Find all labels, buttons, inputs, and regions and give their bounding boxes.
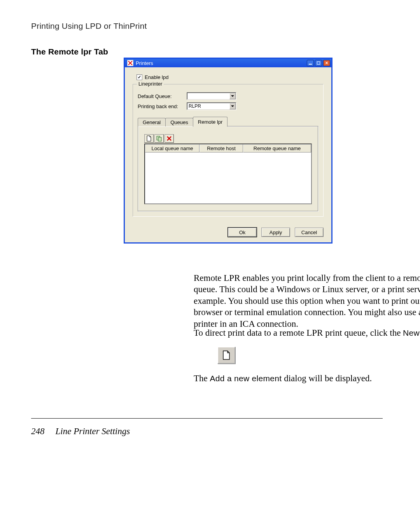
page-footer: 248 Line Printer Settings bbox=[31, 426, 130, 436]
chevron-down-icon bbox=[229, 93, 236, 99]
new-button-illustration bbox=[217, 347, 235, 364]
ok-button[interactable]: Ok bbox=[228, 228, 257, 237]
add-new-element-label: Add a new element bbox=[210, 374, 282, 383]
col-remote-queue-name[interactable]: Remote queue name bbox=[243, 144, 311, 152]
chevron-down-icon bbox=[229, 103, 236, 109]
new-label-inline: New bbox=[403, 328, 420, 337]
printing-back-end-label: Printing back end: bbox=[138, 103, 187, 109]
tab-general[interactable]: General bbox=[138, 118, 166, 126]
window-title: Printers bbox=[136, 60, 307, 66]
new-file-icon bbox=[222, 350, 231, 360]
printers-window: Printers × ✓ Enable lpd Lineprinter Defa… bbox=[124, 58, 332, 244]
footer-rule bbox=[31, 418, 383, 419]
default-queue-label: Default Queue: bbox=[138, 93, 187, 99]
section-heading: The Remote lpr Tab bbox=[31, 47, 383, 56]
paragraph-3: The Add a new element dialog will be dis… bbox=[194, 373, 420, 384]
titlebar: Printers × bbox=[125, 59, 331, 67]
lineprinter-legend: Lineprinter bbox=[137, 81, 164, 87]
default-queue-dropdown[interactable] bbox=[187, 92, 236, 100]
checkmark-icon: ✓ bbox=[138, 75, 141, 79]
enable-lpd-label: Enable lpd bbox=[145, 74, 168, 80]
tab-remote-lpr[interactable]: Remote lpr bbox=[193, 117, 228, 127]
app-icon bbox=[127, 60, 133, 66]
tab-panel-remote-lpr: Local queue name Remote host Remote queu… bbox=[138, 126, 318, 212]
paragraph-1: Remote LPR enables you print locally fro… bbox=[194, 272, 420, 329]
maximize-button[interactable] bbox=[315, 60, 322, 66]
new-button[interactable] bbox=[144, 134, 154, 143]
tab-queues[interactable]: Queues bbox=[165, 118, 193, 126]
cancel-button[interactable]: Cancel bbox=[295, 228, 324, 237]
printing-back-end-value: RLPR bbox=[189, 103, 201, 109]
col-remote-host[interactable]: Remote host bbox=[200, 144, 243, 152]
page-header: Printing Using LPD or ThinPrint bbox=[31, 21, 383, 31]
svg-rect-4 bbox=[158, 137, 161, 141]
paragraph-2: To direct print data to a remote LPR pri… bbox=[194, 327, 420, 338]
minimize-button[interactable] bbox=[307, 60, 314, 66]
footer-title: Line Printer Settings bbox=[56, 426, 130, 436]
printing-back-end-dropdown[interactable]: RLPR bbox=[187, 102, 236, 110]
apply-button[interactable]: Apply bbox=[261, 228, 290, 237]
close-button[interactable]: × bbox=[323, 60, 330, 66]
page-number: 248 bbox=[31, 426, 45, 436]
new-file-icon bbox=[146, 135, 152, 142]
remote-lpr-table[interactable]: Local queue name Remote host Remote queu… bbox=[144, 144, 312, 204]
delete-icon bbox=[166, 136, 172, 141]
copy-icon bbox=[156, 135, 162, 142]
copy-button[interactable] bbox=[154, 134, 164, 143]
lineprinter-groupbox: Lineprinter Default Queue: Printing back… bbox=[133, 84, 324, 217]
delete-button[interactable] bbox=[164, 134, 174, 143]
enable-lpd-checkbox[interactable]: ✓ bbox=[136, 74, 142, 80]
col-local-queue-name[interactable]: Local queue name bbox=[145, 144, 200, 152]
